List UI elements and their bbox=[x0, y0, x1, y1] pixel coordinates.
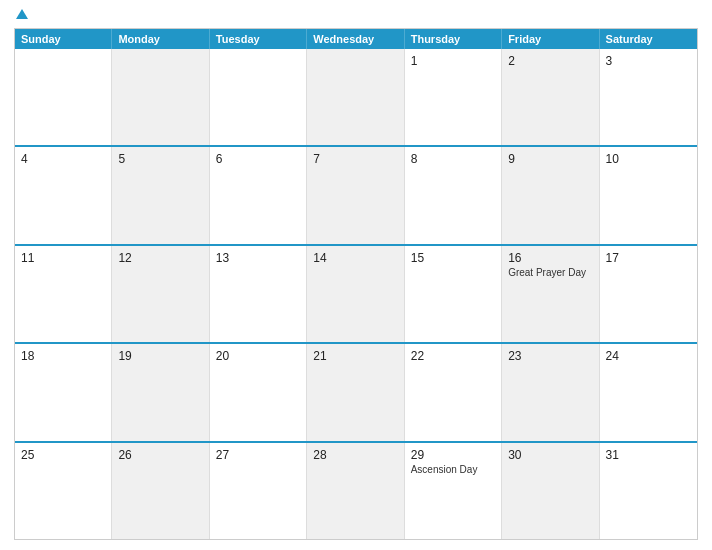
calendar-cell bbox=[112, 49, 209, 145]
calendar-cell: 1 bbox=[405, 49, 502, 145]
calendar-cell: 29Ascension Day bbox=[405, 443, 502, 539]
calendar-cell: 26 bbox=[112, 443, 209, 539]
logo-triangle-icon bbox=[16, 9, 28, 19]
weekday-header-tuesday: Tuesday bbox=[210, 29, 307, 49]
calendar-cell bbox=[307, 49, 404, 145]
day-number: 14 bbox=[313, 251, 397, 265]
calendar-cell: 31 bbox=[600, 443, 697, 539]
logo bbox=[14, 10, 28, 20]
calendar-cell: 8 bbox=[405, 147, 502, 243]
day-number: 25 bbox=[21, 448, 105, 462]
day-number: 11 bbox=[21, 251, 105, 265]
day-number: 13 bbox=[216, 251, 300, 265]
calendar-cell: 25 bbox=[15, 443, 112, 539]
day-number: 3 bbox=[606, 54, 691, 68]
calendar-cell: 14 bbox=[307, 246, 404, 342]
weekday-header-sunday: Sunday bbox=[15, 29, 112, 49]
day-number: 12 bbox=[118, 251, 202, 265]
weekday-header-wednesday: Wednesday bbox=[307, 29, 404, 49]
day-number: 19 bbox=[118, 349, 202, 363]
event-label: Great Prayer Day bbox=[508, 267, 592, 278]
calendar-cell: 28 bbox=[307, 443, 404, 539]
calendar-cell: 18 bbox=[15, 344, 112, 440]
calendar-cell: 27 bbox=[210, 443, 307, 539]
calendar-header-row: SundayMondayTuesdayWednesdayThursdayFrid… bbox=[15, 29, 697, 49]
calendar-cell: 30 bbox=[502, 443, 599, 539]
calendar-cell: 2 bbox=[502, 49, 599, 145]
calendar-cell: 7 bbox=[307, 147, 404, 243]
weekday-header-friday: Friday bbox=[502, 29, 599, 49]
calendar-cell: 9 bbox=[502, 147, 599, 243]
calendar-weeks: 12345678910111213141516Great Prayer Day1… bbox=[15, 49, 697, 539]
calendar-week-2: 45678910 bbox=[15, 145, 697, 243]
day-number: 7 bbox=[313, 152, 397, 166]
day-number: 6 bbox=[216, 152, 300, 166]
calendar-cell: 17 bbox=[600, 246, 697, 342]
calendar-cell: 20 bbox=[210, 344, 307, 440]
calendar-cell: 10 bbox=[600, 147, 697, 243]
calendar-cell: 4 bbox=[15, 147, 112, 243]
day-number: 18 bbox=[21, 349, 105, 363]
event-label: Ascension Day bbox=[411, 464, 495, 475]
calendar-cell: 11 bbox=[15, 246, 112, 342]
header bbox=[14, 10, 698, 20]
calendar-cell: 21 bbox=[307, 344, 404, 440]
calendar-week-4: 18192021222324 bbox=[15, 342, 697, 440]
calendar-cell: 19 bbox=[112, 344, 209, 440]
calendar-cell: 5 bbox=[112, 147, 209, 243]
calendar-week-3: 111213141516Great Prayer Day17 bbox=[15, 244, 697, 342]
weekday-header-thursday: Thursday bbox=[405, 29, 502, 49]
page: SundayMondayTuesdayWednesdayThursdayFrid… bbox=[0, 0, 712, 550]
day-number: 20 bbox=[216, 349, 300, 363]
calendar-cell: 22 bbox=[405, 344, 502, 440]
day-number: 1 bbox=[411, 54, 495, 68]
day-number: 23 bbox=[508, 349, 592, 363]
calendar-cell bbox=[210, 49, 307, 145]
calendar: SundayMondayTuesdayWednesdayThursdayFrid… bbox=[14, 28, 698, 540]
day-number: 5 bbox=[118, 152, 202, 166]
calendar-cell: 12 bbox=[112, 246, 209, 342]
day-number: 15 bbox=[411, 251, 495, 265]
calendar-cell: 23 bbox=[502, 344, 599, 440]
day-number: 17 bbox=[606, 251, 691, 265]
calendar-cell bbox=[15, 49, 112, 145]
day-number: 8 bbox=[411, 152, 495, 166]
day-number: 26 bbox=[118, 448, 202, 462]
day-number: 9 bbox=[508, 152, 592, 166]
day-number: 24 bbox=[606, 349, 691, 363]
day-number: 2 bbox=[508, 54, 592, 68]
calendar-cell: 3 bbox=[600, 49, 697, 145]
calendar-cell: 13 bbox=[210, 246, 307, 342]
calendar-cell: 6 bbox=[210, 147, 307, 243]
day-number: 29 bbox=[411, 448, 495, 462]
day-number: 28 bbox=[313, 448, 397, 462]
day-number: 4 bbox=[21, 152, 105, 166]
weekday-header-monday: Monday bbox=[112, 29, 209, 49]
day-number: 27 bbox=[216, 448, 300, 462]
day-number: 21 bbox=[313, 349, 397, 363]
calendar-cell: 24 bbox=[600, 344, 697, 440]
calendar-cell: 16Great Prayer Day bbox=[502, 246, 599, 342]
calendar-week-1: 123 bbox=[15, 49, 697, 145]
calendar-cell: 15 bbox=[405, 246, 502, 342]
day-number: 30 bbox=[508, 448, 592, 462]
calendar-week-5: 2526272829Ascension Day3031 bbox=[15, 441, 697, 539]
day-number: 16 bbox=[508, 251, 592, 265]
day-number: 10 bbox=[606, 152, 691, 166]
day-number: 31 bbox=[606, 448, 691, 462]
weekday-header-saturday: Saturday bbox=[600, 29, 697, 49]
day-number: 22 bbox=[411, 349, 495, 363]
